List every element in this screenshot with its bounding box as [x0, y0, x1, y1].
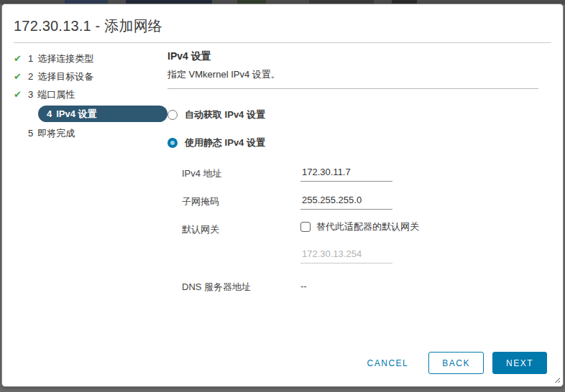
gateway-label-spacer [182, 246, 300, 249]
dns-server-row: DNS 服务器地址 -- [167, 278, 551, 294]
radio-unselected-icon[interactable] [167, 110, 178, 120]
check-icon: ✔ [14, 89, 28, 100]
step-label: 端口属性 [37, 88, 75, 101]
step-select-connection-type[interactable]: ✔ 1 选择连接类型 [14, 50, 167, 67]
next-button[interactable]: NEXT [492, 352, 547, 374]
step-content-pane: IPv4 设置 指定 VMkernel IPv4 设置。 自动获取 IPv4 设… [167, 43, 551, 304]
ipv4-address-row: IPv4 地址 [167, 164, 551, 182]
step-number: 4 [47, 108, 52, 119]
step-ready-to-complete[interactable]: 5 即将完成 [14, 124, 167, 142]
step-number: 1 [28, 53, 33, 64]
step-label: 选择目标设备 [37, 70, 93, 83]
gateway-address-input [300, 246, 392, 263]
radio-static-ipv4[interactable]: 使用静态 IPv4 设置 [167, 136, 551, 149]
radio-auto-ipv4[interactable]: 自动获取 IPv4 设置 [167, 108, 551, 121]
radio-selected-icon[interactable] [167, 138, 178, 148]
dialog-footer: CANCEL BACK NEXT [366, 352, 547, 374]
radio-auto-label: 自动获取 IPv4 设置 [185, 108, 265, 121]
check-icon: ✔ [14, 53, 28, 64]
step-ipv4-settings-active[interactable]: 4 IPv4 设置 [14, 104, 167, 123]
subnet-mask-row: 子网掩码 [167, 192, 551, 210]
page-subtitle: 指定 VMkernel IPv4 设置。 [167, 68, 551, 81]
page-title: IPv4 设置 [167, 50, 551, 63]
content-divider [167, 88, 538, 89]
check-icon: ✔ [14, 71, 28, 82]
step-label: 选择连接类型 [37, 52, 93, 65]
step-label: 即将完成 [37, 127, 75, 140]
cancel-button[interactable]: CANCEL [366, 354, 410, 373]
step-port-properties[interactable]: ✔ 3 端口属性 [14, 85, 167, 103]
ipv4-address-input[interactable] [300, 164, 392, 182]
override-gateway-option: 替代此适配器的默认网关 [300, 220, 419, 233]
ipv4-mode-radio-group: 自动获取 IPv4 设置 使用静态 IPv4 设置 [167, 108, 551, 149]
static-ipv4-form: IPv4 地址 子网掩码 默认网关 替代此适配器的默认网关 [167, 164, 551, 294]
default-gateway-row: 默认网关 替代此适配器的默认网关 [167, 220, 551, 236]
resize-grip[interactable] [553, 375, 560, 383]
subnet-mask-input[interactable] [300, 192, 392, 210]
dialog-title: 172.30.13.1 - 添加网络 [2, 4, 563, 42]
ipv4-address-label: IPv4 地址 [182, 164, 300, 180]
step-select-target-device[interactable]: ✔ 2 选择目标设备 [14, 67, 167, 85]
gateway-address-row [167, 246, 551, 263]
subnet-mask-label: 子网掩码 [182, 192, 300, 208]
radio-static-label: 使用静态 IPv4 设置 [185, 136, 265, 149]
step-label: IPv4 设置 [56, 108, 96, 121]
wizard-step-list: ✔ 1 选择连接类型 ✔ 2 选择目标设备 ✔ 3 端口属性 [14, 43, 167, 304]
dialog-body: ✔ 1 选择连接类型 ✔ 2 选择目标设备 ✔ 3 端口属性 [2, 43, 563, 304]
dns-server-value: -- [300, 278, 307, 291]
dns-server-label: DNS 服务器地址 [182, 278, 300, 294]
step-number: 5 [28, 128, 33, 139]
active-step-pill: 4 IPv4 设置 [38, 106, 167, 122]
default-gateway-label: 默认网关 [182, 220, 300, 236]
override-gateway-checkbox[interactable] [300, 222, 311, 232]
override-gateway-checkbox-label[interactable]: 替代此适配器的默认网关 [316, 220, 419, 233]
back-button[interactable]: BACK [428, 352, 484, 374]
step-number: 3 [28, 89, 33, 100]
add-network-dialog: 172.30.13.1 - 添加网络 ✔ 1 选择连接类型 ✔ 2 选择目标设备… [1, 4, 564, 387]
step-number: 2 [28, 71, 33, 82]
